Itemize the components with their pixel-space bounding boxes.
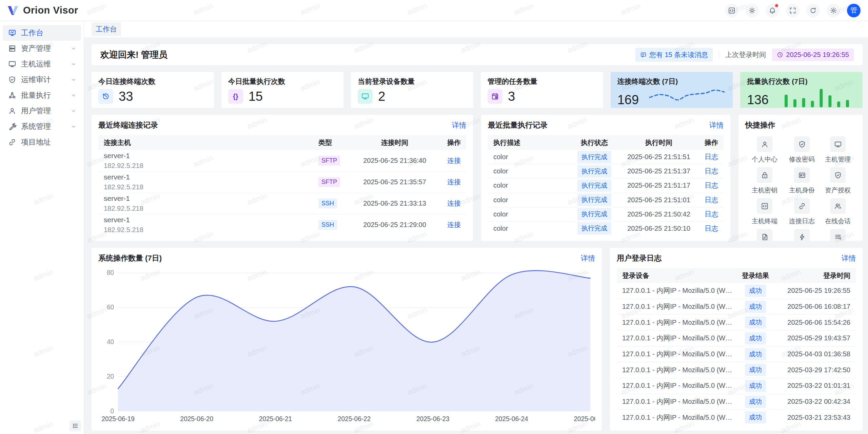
quick-action-label: 主机身份 <box>789 186 815 195</box>
login-log-detail-link[interactable]: 详情 <box>842 253 856 263</box>
batch-exec-panel: 最近批量执行记录 详情 执行描述执行状态执行时间操作color执行完成2025-… <box>481 115 730 241</box>
login-time: 2025-04-03 01:36:58 <box>777 350 850 358</box>
sidebar-item-wrench[interactable]: 系统管理 <box>3 119 81 134</box>
connect-link[interactable]: 连接 <box>447 157 461 164</box>
table-row: color执行完成2025-06-25 21:51:37日志 <box>488 164 724 178</box>
login-result-badge: 成功 <box>745 316 766 328</box>
quick-action-user[interactable]: 个人中心 <box>745 136 784 164</box>
breadcrumb: 工作台 <box>84 21 868 37</box>
table-row: server-1182.92.5.218SFTP2025-06-25 21:35… <box>98 171 466 193</box>
connection-type-badge: SFTP <box>318 156 340 166</box>
link-icon <box>798 202 806 210</box>
unread-messages-badge[interactable]: 您有 15 条未读消息 <box>635 48 713 62</box>
stat-card-value: 169 <box>617 93 639 107</box>
log-link[interactable]: 日志 <box>705 153 718 161</box>
table-row: color执行完成2025-06-25 21:50:10日志 <box>488 222 724 235</box>
sidebar-collapse-button[interactable] <box>70 420 81 431</box>
log-link[interactable]: 日志 <box>705 225 718 232</box>
quick-action-label: 修改密码 <box>789 155 815 164</box>
code-square-icon <box>761 202 769 210</box>
table-row: 127.0.0.1 - 内网IP - Mozilla/5.0 (Windows … <box>617 410 856 425</box>
quick-action-shield-check[interactable]: 资产授权 <box>820 167 856 195</box>
login-device: 127.0.0.1 - 内网IP - Mozilla/5.0 (Windows … <box>622 413 733 422</box>
stat-card: 管理的任务数量3 <box>481 72 603 108</box>
quick-actions-panel: 快捷操作 个人中心修改密码主机管理主机密钥主机身份资产授权主机终端连接日志在线会… <box>738 115 863 241</box>
login-result-badge: 成功 <box>745 301 766 313</box>
sidebar-item-link[interactable]: 项目地址 <box>3 134 81 150</box>
sidebar-item-assets[interactable]: 资产管理 <box>3 41 81 56</box>
refresh-icon <box>809 7 817 14</box>
quick-action-link[interactable]: 连接日志 <box>784 198 820 226</box>
notifications-bell-button[interactable] <box>766 4 779 17</box>
sidebar-item-host-ops[interactable]: 主机运维 <box>3 56 81 72</box>
login-result-badge: 成功 <box>745 285 766 297</box>
fullscreen-button[interactable] <box>786 4 800 17</box>
refresh-button[interactable] <box>806 4 820 17</box>
table-row: color执行完成2025-06-25 21:51:01日志 <box>488 193 724 207</box>
log-link[interactable]: 日志 <box>705 167 718 175</box>
login-time: 2025-03-29 17:42:50 <box>777 366 850 374</box>
terminal-connections-table: 连接主机类型连接时间操作server-1182.92.5.218SFTP2025… <box>98 135 466 235</box>
breadcrumb-item-workbench[interactable]: 工作台 <box>92 22 121 36</box>
chevron-down-icon <box>71 124 76 129</box>
login-device: 127.0.0.1 - 内网IP - Mozilla/5.0 (Windows … <box>622 334 733 343</box>
exec-time: 2025-06-25 21:51:17 <box>620 182 698 189</box>
exec-description: color <box>493 167 569 175</box>
system-ops-detail-link[interactable]: 详情 <box>581 253 595 263</box>
settings-gear-button[interactable] <box>827 4 840 17</box>
quick-action-shield-check[interactable]: 修改密码 <box>784 136 820 164</box>
sidebar-item-label: 批量执行 <box>21 90 71 100</box>
area-chart-svg: 0204060802025-06-192025-06-202025-06-212… <box>98 268 595 425</box>
chevron-down-icon <box>71 93 76 98</box>
header-actions: 管 <box>725 4 861 17</box>
sidebar-item-user[interactable]: 用户管理 <box>3 103 81 119</box>
exec-time: 2025-06-25 21:51:37 <box>620 167 698 175</box>
batch-exec-spark-card: 批量执行次数 (7日)136 <box>740 72 863 108</box>
sidebar-item-batch-exec[interactable]: 批量执行 <box>3 88 81 103</box>
batch-detail-link[interactable]: 详情 <box>709 120 724 130</box>
exec-status-badge: 执行完成 <box>577 165 611 177</box>
stat-card-title: 连接终端次数 (7日) <box>617 77 726 86</box>
code-square-button[interactable] <box>725 4 738 17</box>
quick-actions-grid: 个人中心修改密码主机管理主机密钥主机身份资产授权主机终端连接日志在线会话文件操作… <box>745 135 856 257</box>
app-title: Orion Visor <box>23 5 78 16</box>
login-device: 127.0.0.1 - 内网IP - Mozilla/5.0 (Windows … <box>622 365 733 375</box>
exec-status-badge: 执行完成 <box>577 194 611 206</box>
quick-action-lock[interactable]: 主机密钥 <box>745 167 784 195</box>
terminal-detail-link[interactable]: 详情 <box>452 120 466 130</box>
system-ops-area-chart: 0204060802025-06-192025-06-202025-06-212… <box>98 268 595 425</box>
sidebar-item-workbench[interactable]: 工作台 <box>3 25 81 41</box>
quick-action-monitor[interactable]: 主机管理 <box>820 136 856 164</box>
stat-card-title: 管理的任务数量 <box>488 77 596 86</box>
svg-text:2025-06-22: 2025-06-22 <box>338 415 371 422</box>
theme-sun-button[interactable] <box>745 4 759 17</box>
system-ops-chart-title: 系统操作数量 (7日) <box>98 253 162 263</box>
log-link[interactable]: 日志 <box>705 182 718 189</box>
log-link[interactable]: 日志 <box>705 210 718 218</box>
svg-text:60: 60 <box>107 304 114 311</box>
workbench-icon <box>8 29 16 37</box>
log-link[interactable]: 日志 <box>705 196 718 204</box>
id-card-icon <box>798 171 806 179</box>
user-avatar[interactable]: 管 <box>847 4 861 17</box>
svg-text:2025-06-24: 2025-06-24 <box>495 415 528 422</box>
login-result-badge: 成功 <box>745 380 766 392</box>
sidebar-item-audit-shield[interactable]: 运维审计 <box>3 72 81 88</box>
monitor-icon <box>834 140 842 148</box>
monitor-icon <box>361 92 369 100</box>
quick-action-users[interactable]: 在线会话 <box>820 198 856 226</box>
connect-link[interactable]: 连接 <box>447 221 461 228</box>
sidebar-item-label: 工作台 <box>21 28 76 38</box>
quick-action-id-card[interactable]: 主机身份 <box>784 167 820 195</box>
host-name: server-1 <box>104 216 318 224</box>
sidebar: 工作台资产管理主机运维运维审计批量执行用户管理系统管理项目地址 <box>0 21 84 434</box>
quick-action-code-square[interactable]: 主机终端 <box>745 198 784 226</box>
connection-type-badge: SFTP <box>318 177 340 187</box>
connect-link[interactable]: 连接 <box>447 178 461 186</box>
sidebar-menu: 工作台资产管理主机运维运维审计批量执行用户管理系统管理项目地址 <box>0 25 84 150</box>
task-calendar-icon <box>491 92 499 100</box>
quick-action-label: 主机密钥 <box>752 186 777 195</box>
connect-link[interactable]: 连接 <box>447 200 461 207</box>
login-time: 2025-03-22 00:42:34 <box>777 398 850 405</box>
assets-icon <box>8 44 16 53</box>
